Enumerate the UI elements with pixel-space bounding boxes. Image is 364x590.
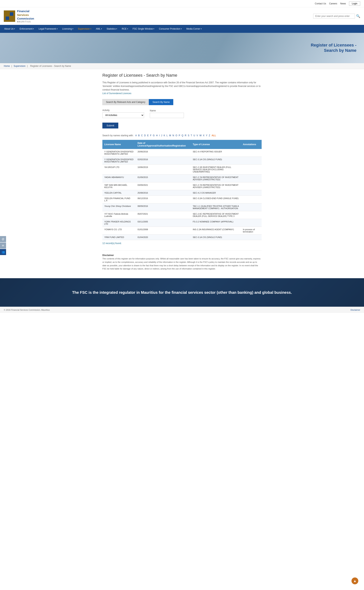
cell-annotation: In process of termination bbox=[241, 227, 262, 235]
disclaimer-link[interactable]: Disclaimer bbox=[351, 309, 360, 311]
nav-enforcement[interactable]: Enforcement ▾ bbox=[17, 25, 36, 33]
news-link[interactable]: News bbox=[340, 2, 346, 5]
nav-supervision[interactable]: Supervision ▾ bbox=[76, 25, 94, 33]
alpha-z[interactable]: Z bbox=[209, 134, 210, 137]
svg-rect-1 bbox=[6, 17, 9, 20]
footer-cta: The FSC is the integrated regulator in M… bbox=[0, 278, 364, 307]
search-input[interactable] bbox=[313, 14, 355, 19]
login-button[interactable]: Login bbox=[349, 1, 360, 6]
cell-annotation bbox=[241, 190, 262, 196]
surrendered-licences-link[interactable]: List of Surrendered Licences bbox=[102, 92, 131, 95]
cell-date: 02/02/2016 bbox=[136, 157, 191, 165]
cell-date: 01/09/2015 bbox=[136, 175, 191, 182]
breadcrumb-home[interactable]: Home bbox=[4, 65, 10, 67]
breadcrumb: Home | Supervision | Register of License… bbox=[0, 63, 364, 69]
alpha-search: Search by names starting with: A B C D E… bbox=[102, 134, 262, 137]
table-row: YAP SAN MIN MICHAËL KELVYN03/09/2021SEC-… bbox=[102, 182, 262, 190]
activity-label: Activity bbox=[102, 109, 144, 112]
cell-licensee-name: YEELEN CAPITAL bbox=[102, 190, 136, 196]
disclaimer-text: The contents of this register are for in… bbox=[102, 258, 260, 270]
logo-brand2: Services bbox=[17, 13, 34, 17]
nav-rce[interactable]: RCE ▾ bbox=[119, 25, 130, 33]
name-input[interactable] bbox=[150, 113, 184, 118]
table-row: YIT NIUC Fabiola Belinda Ludmilla05/07/2… bbox=[102, 211, 262, 219]
tab-relevant-acts[interactable]: Search By Relevant Acts and Category bbox=[102, 99, 149, 105]
breadcrumb-current: Register of Licensees - Search by Name bbox=[30, 65, 71, 67]
cell-licensee-name: Y GENERATION DIVERSIFIED INVESTMENTS LIM… bbox=[102, 149, 136, 157]
search-button[interactable]: 🔍 bbox=[356, 14, 360, 18]
chevron-down-icon: ▾ bbox=[91, 28, 91, 30]
alpha-c[interactable]: C bbox=[141, 134, 143, 137]
cell-type: TAC-1.1 QUALIFIED TRUSTEE (OTHER THAN A … bbox=[191, 203, 241, 211]
cell-licensee-name: YIT NIUC Fabiola Belinda Ludmilla bbox=[102, 211, 136, 219]
alpha-w[interactable]: W bbox=[199, 134, 202, 137]
table-row: YEELEN FINANCIAL FUND L.P.06/12/2016SEC-… bbox=[102, 196, 262, 203]
header: Financial Services Commission MAURITIUS … bbox=[0, 7, 364, 25]
cell-type: SEC-2.7A REPRESENTATIVE OF INVESTMENT AD… bbox=[191, 182, 241, 190]
alpha-k[interactable]: K bbox=[164, 134, 165, 137]
cell-type: FS-3.2 NOMINEE COMPANY (APPROVAL) bbox=[191, 219, 241, 227]
chevron-down-icon: ▾ bbox=[33, 28, 34, 30]
alpha-s[interactable]: S bbox=[188, 134, 189, 137]
logo-area: Financial Services Commission MAURITIUS bbox=[4, 9, 34, 23]
alpha-t[interactable]: T bbox=[191, 134, 192, 137]
alpha-m[interactable]: M bbox=[169, 134, 171, 137]
alpha-n[interactable]: N bbox=[173, 134, 174, 137]
breadcrumb-supervision[interactable]: Supervision bbox=[14, 65, 26, 67]
alpha-r[interactable]: R bbox=[185, 134, 186, 137]
alpha-o[interactable]: O bbox=[176, 134, 177, 137]
cell-date: 08/09/2016 bbox=[136, 203, 191, 211]
alpha-u[interactable]: U bbox=[194, 134, 195, 137]
alpha-d[interactable]: D bbox=[144, 134, 146, 137]
alpha-i[interactable]: I bbox=[159, 134, 160, 137]
name-form-group: Name bbox=[150, 109, 184, 118]
activity-form-group: Activity All Activities bbox=[102, 109, 144, 118]
cell-type: SEC-2.7A REPRESENTATIVE OF INVESTMENT AD… bbox=[191, 175, 241, 182]
cell-type: SEC-2.1B INVESTMENT DEALER (FULL SERVICE… bbox=[191, 165, 241, 175]
side-icon-email[interactable]: @ bbox=[0, 236, 6, 242]
nav-legal-framework[interactable]: Legal Framework ▾ bbox=[36, 25, 60, 33]
contact-us-link[interactable]: Contact Us bbox=[315, 2, 326, 5]
cell-annotation bbox=[241, 235, 262, 240]
side-icon-users[interactable]: 👥 bbox=[0, 249, 6, 255]
nav-aml[interactable]: AML ▾ bbox=[94, 25, 104, 33]
tab-search-by-name[interactable]: Search By Name bbox=[149, 99, 173, 105]
main-nav: About Us ▾ Enforcement ▾ Legal Framework… bbox=[0, 25, 364, 33]
table-row: YEELEN CAPITAL25/08/2016SEC-4.2 CIS MANA… bbox=[102, 190, 262, 196]
alpha-j[interactable]: J bbox=[161, 134, 162, 137]
submit-button[interactable]: Submit bbox=[102, 123, 118, 128]
activity-select[interactable]: All Activities bbox=[102, 112, 144, 118]
logo-text: Financial Services Commission MAURITIUS bbox=[17, 9, 34, 23]
nav-about-us[interactable]: About Us ▾ bbox=[2, 25, 17, 33]
cell-date: 20/06/2016 bbox=[136, 149, 191, 157]
alpha-p[interactable]: P bbox=[179, 134, 180, 137]
alpha-y[interactable]: Y bbox=[206, 134, 208, 137]
cell-type: SEC-3.1A CIS (SINGLE FUND) bbox=[191, 235, 241, 240]
alpha-b[interactable]: B bbox=[138, 134, 140, 137]
alpha-e[interactable]: E bbox=[147, 134, 149, 137]
cell-annotation bbox=[241, 196, 262, 203]
alpha-l[interactable]: L bbox=[166, 134, 168, 137]
nav-statistics[interactable]: Statistics ▾ bbox=[104, 25, 119, 33]
careers-link[interactable]: Careers bbox=[329, 2, 337, 5]
cell-annotation bbox=[241, 175, 262, 182]
alpha-x[interactable]: X bbox=[203, 134, 205, 137]
side-icon-mail[interactable]: ✉ bbox=[0, 243, 6, 249]
nav-licensing[interactable]: Licensing ▾ bbox=[60, 25, 76, 33]
alpha-g[interactable]: G bbox=[153, 134, 155, 137]
nav-consumer-protection[interactable]: Consumer Protection ▾ bbox=[156, 25, 184, 33]
cell-date: 03/11/2005 bbox=[136, 219, 191, 227]
cell-licensee-name: YRM FUND LIMITED bbox=[102, 235, 136, 240]
nav-media-corner[interactable]: Media Corner ▾ bbox=[184, 25, 204, 33]
footer-cta-text: The FSC is the integrated regulator in M… bbox=[8, 290, 356, 295]
alpha-f[interactable]: F bbox=[150, 134, 151, 137]
alpha-v[interactable]: V bbox=[197, 134, 198, 137]
nav-fsc-single-window[interactable]: FSC Single Window ▾ bbox=[130, 25, 157, 33]
page-title: Register of Licensees - Search by Name bbox=[102, 73, 262, 78]
copyright: © 2016 Financial Services Commission, Ma… bbox=[4, 309, 50, 311]
alpha-q[interactable]: Q bbox=[182, 134, 183, 137]
alpha-a[interactable]: A bbox=[135, 134, 137, 137]
alpha-all[interactable]: ALL bbox=[212, 134, 216, 137]
col-licensee-name: Licensee Name bbox=[102, 140, 136, 149]
alpha-h[interactable]: H bbox=[156, 134, 158, 137]
